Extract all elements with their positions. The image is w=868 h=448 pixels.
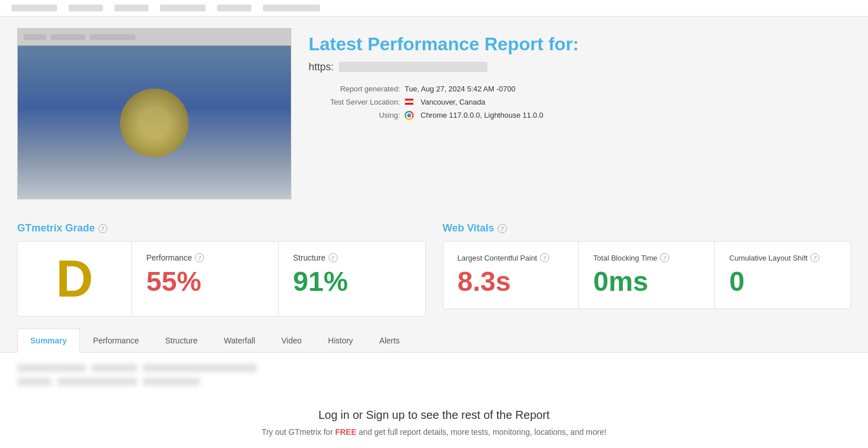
tbt-label: Total Blocking Time ? [593, 253, 700, 262]
grade-card: D Performance ? 55% Structure ? 91% [17, 241, 426, 317]
lcp-label-text: Largest Contentful Paint [458, 254, 537, 262]
nav-item-3 [160, 5, 206, 11]
blur-block [57, 378, 137, 386]
location-label: Test Server Location: [309, 98, 400, 106]
blurred-content-row-2 [17, 378, 851, 386]
report-title: Latest Performance Report for: [309, 34, 834, 55]
web-vitals-help-icon[interactable]: ? [498, 224, 507, 233]
cta-subtitle: Try out GTmetrix for FREE and get full r… [29, 427, 839, 437]
nav-item-5 [263, 5, 320, 11]
web-vitals-card: Largest Contentful Paint ? 8.3s Total Bl… [443, 241, 851, 309]
performance-metric-box: Performance ? 55% [132, 242, 279, 316]
url-prefix: https: [309, 61, 334, 73]
gtmetrix-grade-title: GTmetrix Grade ? [17, 222, 426, 234]
nav-item-2 [114, 5, 149, 11]
lcp-label: Largest Contentful Paint ? [458, 253, 565, 262]
performance-help-icon[interactable]: ? [195, 253, 204, 262]
location-value: Vancouver, Canada [421, 98, 485, 106]
tab-history[interactable]: History [315, 329, 366, 353]
content-section: Log in or Sign up to see the rest of the… [0, 353, 868, 448]
report-url: https: [309, 61, 834, 73]
gtmetrix-grade-label: GTmetrix Grade [17, 222, 95, 234]
tbt-value: 0ms [593, 267, 700, 297]
blurred-content-row-1 [17, 364, 851, 372]
tbt-label-text: Total Blocking Time [593, 254, 657, 262]
nav-item-4 [217, 5, 251, 11]
performance-metric-label: Performance ? [146, 253, 264, 262]
gtmetrix-grade-panel: GTmetrix Grade ? D Performance ? 55% Str… [17, 222, 426, 317]
performance-label-text: Performance [146, 253, 192, 262]
web-vitals-label: Web Vitals [443, 222, 494, 234]
tab-video[interactable]: Video [269, 329, 315, 353]
free-link[interactable]: FREE [335, 427, 356, 437]
meta-generated: Report generated: Tue, Aug 27, 2024 5:42… [309, 85, 834, 93]
tab-performance[interactable]: Performance [80, 329, 152, 353]
nav-item-1 [69, 5, 103, 11]
cls-box: Cumulative Layout Shift ? 0 [715, 242, 850, 309]
structure-metric-box: Structure ? 91% [279, 242, 425, 316]
generated-value: Tue, Aug 27, 2024 5:42 AM -0700 [405, 85, 515, 93]
web-vitals-title: Web Vitals ? [443, 222, 851, 234]
structure-metric-label: Structure ? [293, 253, 411, 262]
cls-label-text: Cumulative Layout Shift [729, 254, 807, 262]
canada-flag-icon [405, 98, 414, 105]
meta-using: Using: Chrome 117.0.0.0, Lighthouse 11.0… [309, 111, 834, 120]
structure-value: 91% [293, 267, 411, 297]
lcp-help-icon[interactable]: ? [540, 253, 549, 262]
blur-block [17, 378, 51, 386]
structure-label-text: Structure [293, 253, 326, 262]
tab-alerts[interactable]: Alerts [366, 329, 413, 353]
tab-summary[interactable]: Summary [17, 329, 80, 353]
chrome-icon [405, 111, 414, 120]
site-screenshot [17, 28, 291, 199]
grade-letter-box: D [18, 242, 132, 316]
using-value: Chrome 117.0.0.0, Lighthouse 11.0.0 [421, 111, 543, 119]
report-meta: Report generated: Tue, Aug 27, 2024 5:42… [309, 85, 834, 120]
performance-value: 55% [146, 267, 264, 297]
cls-help-icon[interactable]: ? [810, 253, 819, 262]
structure-help-icon[interactable]: ? [329, 253, 338, 262]
grade-letter: D [56, 253, 93, 305]
tabs-row: Summary Performance Structure Waterfall … [17, 328, 851, 352]
grade-metrics: Performance ? 55% Structure ? 91% [132, 242, 425, 316]
blur-block [143, 378, 200, 386]
nav-logo [11, 5, 57, 11]
tbt-help-icon[interactable]: ? [660, 253, 669, 262]
grades-section: GTmetrix Grade ? D Performance ? 55% Str… [0, 211, 868, 328]
using-label: Using: [309, 111, 400, 119]
report-info: Latest Performance Report for: https: Re… [291, 28, 851, 126]
cls-label: Cumulative Layout Shift ? [729, 253, 836, 262]
gtmetrix-grade-help-icon[interactable]: ? [98, 224, 107, 233]
generated-label: Report generated: [309, 85, 400, 93]
blur-block [143, 364, 257, 372]
cta-overlay: Log in or Sign up to see the rest of the… [17, 391, 851, 442]
web-vitals-panel: Web Vitals ? Largest Contentful Paint ? … [443, 222, 851, 317]
tbt-box: Total Blocking Time ? 0ms [579, 242, 715, 309]
tabs-section: Summary Performance Structure Waterfall … [0, 328, 868, 353]
meta-location: Test Server Location: Vancouver, Canada [309, 98, 834, 106]
tab-structure[interactable]: Structure [152, 329, 211, 353]
screenshot-inner [18, 29, 291, 199]
cta-title: Log in or Sign up to see the rest of the… [29, 409, 839, 422]
lcp-box: Largest Contentful Paint ? 8.3s [443, 242, 579, 309]
lcp-value: 8.3s [458, 267, 565, 297]
blur-block [91, 364, 137, 372]
blur-block [17, 364, 86, 372]
header-section: Latest Performance Report for: https: Re… [0, 17, 868, 211]
url-redacted [339, 62, 487, 72]
top-bar [0, 0, 868, 17]
tab-waterfall[interactable]: Waterfall [211, 329, 269, 353]
cls-value: 0 [729, 267, 836, 297]
